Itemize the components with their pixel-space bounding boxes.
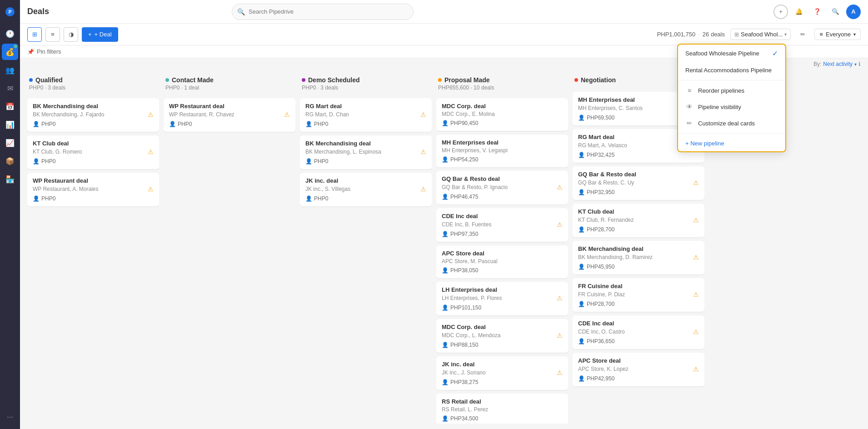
sidebar-item-activity[interactable]: 🕐 xyxy=(2,25,18,42)
deal-subtitle: GQ Bar & Resto, C. Uy⚠ xyxy=(578,179,699,186)
add-deal-button[interactable]: + + Deal xyxy=(82,27,118,42)
search-icon: 🔍 xyxy=(237,8,245,15)
help-button[interactable]: ❓ xyxy=(810,5,824,19)
subtoolbar-right: PHP1,001,750 · 26 deals ⊞ Seafood Whol..… xyxy=(657,28,861,41)
table-row[interactable]: CDE Inc dealCDE Inc, O. Castro⚠👤PHP36,65… xyxy=(573,315,704,349)
sidebar-item-products[interactable]: 📦 xyxy=(2,153,18,169)
sidebar-item-marketplace[interactable]: 🏪 xyxy=(2,171,18,187)
table-row[interactable]: KT Club dealKT Club, G. Romero⚠👤PHP0 xyxy=(27,135,159,169)
deal-value: PHP36,650 xyxy=(587,338,614,344)
deal-title: CDE Inc deal xyxy=(442,213,563,219)
sidebar-item-mail[interactable]: ✉ xyxy=(2,80,18,96)
table-row[interactable]: JK inc. dealJK inc., S. Villegas⚠👤PHP0 xyxy=(300,173,432,206)
deal-title: KT Club deal xyxy=(33,140,154,147)
column-header-0: QualifiedPHP0 · 3 deals xyxy=(27,73,159,95)
column-dot-4 xyxy=(574,78,578,82)
deal-footer: 👤PHP90,450 xyxy=(442,120,563,126)
search-people-button[interactable]: 🔍 xyxy=(828,5,843,19)
table-row[interactable]: APC Store dealAPC Store, M. Pascual👤PHP3… xyxy=(436,245,568,278)
sidebar-item-calendar[interactable]: 📅 xyxy=(2,98,18,115)
search-container: 🔍 xyxy=(232,4,414,20)
pipeline-dropdown: Seafood Wholesale Pipeline ✓ Rental Acco… xyxy=(677,44,786,152)
table-row[interactable]: RS Retail dealRS Retail, L. Perez👤PHP34,… xyxy=(436,394,568,424)
warning-icon: ⚠ xyxy=(557,184,563,191)
deal-title: WP Restaurant deal xyxy=(169,103,290,110)
table-row[interactable]: MDC Corp. dealMDC Corp., E. Molina👤PHP90… xyxy=(436,98,568,131)
deal-subtitle: RG Mart, D. Chan⚠ xyxy=(305,111,426,118)
subtoolbar: ⊞ ≡ ◑ + + Deal PHP1,001,750 · 26 deals ⊞… xyxy=(20,24,868,45)
table-row[interactable]: RG Mart dealRG Mart, D. Chan⚠👤PHP0 xyxy=(300,98,432,132)
customize-label: Customize deal cards xyxy=(698,120,755,127)
deal-footer: 👤PHP0 xyxy=(305,158,426,165)
deal-footer: 👤PHP88,150 xyxy=(442,342,563,348)
sidebar-item-reports[interactable]: 📈 xyxy=(2,135,18,151)
table-row[interactable]: GQ Bar & Resto dealGQ Bar & Resto, P. Ig… xyxy=(436,171,568,205)
filter-chevron-icon: ▾ xyxy=(853,32,856,37)
deal-title: GQ Bar & Resto deal xyxy=(442,175,563,182)
column-subtitle-2: PHP0 · 3 deals xyxy=(302,85,430,91)
column-subtitle-3: PHP655,600 · 10 deals xyxy=(438,85,566,91)
column-dot-2 xyxy=(302,78,305,82)
deal-footer: 👤PHP32,950 xyxy=(578,189,699,195)
column-title-2: Demo Scheduled xyxy=(302,76,430,84)
sort-select[interactable]: Next activity xyxy=(823,61,853,67)
notifications-button[interactable]: 🔔 xyxy=(792,5,806,19)
sidebar-item-more[interactable]: ··· xyxy=(2,409,18,425)
filter-icon: ≡ xyxy=(819,31,823,38)
dropdown-item-rental[interactable]: Rental Accommodations Pipeline xyxy=(678,62,785,78)
table-row[interactable]: BK Merchandising dealBK Merchandising, L… xyxy=(300,135,432,169)
pipeline-icon: ⊞ xyxy=(734,31,739,38)
table-row[interactable]: MH Enterprises dealMH Enterprises, V. Le… xyxy=(436,135,568,167)
edit-pipeline-button[interactable]: ✏ xyxy=(796,28,809,41)
add-button[interactable]: + xyxy=(773,5,788,19)
person-icon: 👤 xyxy=(33,121,40,127)
person-icon: 👤 xyxy=(305,121,312,127)
table-row[interactable]: CDE Inc dealCDE Inc, B. Fuentes⚠👤PHP97,3… xyxy=(436,208,568,242)
deal-title: MDC Corp. deal xyxy=(442,324,563,330)
table-row[interactable]: KT Club dealKT Club, R. Fernandez⚠👤PHP28… xyxy=(573,204,704,237)
pipeline-selector[interactable]: ⊞ Seafood Whol... ▾ xyxy=(730,29,791,40)
deal-footer: 👤PHP46,475 xyxy=(442,194,563,200)
deal-footer: 👤PHP0 xyxy=(305,195,426,202)
table-row[interactable]: MDC Corp. dealMDC Corp., L. Mendoza⚠👤PHP… xyxy=(436,319,568,353)
kanban-view-button[interactable]: ⊞ xyxy=(27,27,42,42)
sidebar-item-contacts[interactable]: 👥 xyxy=(2,62,18,78)
person-icon: 👤 xyxy=(442,267,449,274)
pin-filters-label[interactable]: Pin filters xyxy=(37,48,61,55)
table-row[interactable]: BK Merchandising dealBK Merchandising, J… xyxy=(27,98,159,132)
person-icon: 👤 xyxy=(442,379,449,385)
dropdown-item-customize[interactable]: ✏ Customize deal cards xyxy=(678,115,785,131)
topbar: Deals 🔍 + 🔔 ❓ 🔍 A xyxy=(20,0,868,24)
deal-subtitle: BK Merchandising, J. Fajardo⚠ xyxy=(33,111,154,118)
filter-button[interactable]: ≡ Everyone ▾ xyxy=(814,29,861,40)
table-row[interactable]: LH Enterprises dealLH Enterprises, P. Fl… xyxy=(436,282,568,315)
table-row[interactable]: FR Cuisine dealFR Cuisine, P. Diaz⚠👤PHP2… xyxy=(573,278,704,312)
sidebar-item-deals[interactable]: 💰 xyxy=(2,44,18,60)
search-input[interactable] xyxy=(232,4,414,20)
stats-view-button[interactable]: ◑ xyxy=(64,27,78,42)
deal-value: PHP88,150 xyxy=(450,342,478,348)
dropdown-item-visibility[interactable]: 👁 Pipeline visibility xyxy=(678,99,785,115)
sidebar-item-pipeline[interactable]: 📊 xyxy=(2,116,18,133)
sidebar-logo[interactable]: P xyxy=(2,4,18,20)
table-row[interactable]: JK inc. dealJK inc., J. Soriano⚠👤PHP38,2… xyxy=(436,356,568,390)
dropdown-item-seafood[interactable]: Seafood Wholesale Pipeline ✓ xyxy=(678,45,785,62)
column-cards-2: RG Mart dealRG Mart, D. Chan⚠👤PHP0BK Mer… xyxy=(300,98,432,424)
person-icon: 👤 xyxy=(578,115,585,121)
deal-subtitle: MDC Corp., E. Molina xyxy=(442,111,563,117)
page-title: Deals xyxy=(27,7,49,16)
table-row[interactable]: GQ Bar & Resto dealGQ Bar & Resto, C. Uy… xyxy=(573,166,704,200)
avatar[interactable]: A xyxy=(846,5,861,19)
table-row[interactable]: BK Merchandising dealBK Merchandising, D… xyxy=(573,241,704,274)
deal-title: JK inc. deal xyxy=(442,361,563,368)
dropdown-item-reorder[interactable]: ≡ Reorder pipelines xyxy=(678,82,785,99)
sort-info-icon[interactable]: ℹ xyxy=(858,61,861,67)
table-row[interactable]: WP Restaurant dealWP Restaurant, R. Chav… xyxy=(164,98,295,132)
warning-icon: ⚠ xyxy=(557,332,563,339)
kanban-column-1: Contact MadePHP0 · 1 dealWP Restaurant d… xyxy=(164,73,295,424)
dropdown-item-new-pipeline[interactable]: + New pipeline xyxy=(678,135,785,151)
table-row[interactable]: APC Store dealAPC Store, K. Lopez⚠👤PHP42… xyxy=(573,353,704,386)
search-people-icon: 🔍 xyxy=(832,8,839,15)
table-row[interactable]: WP Restaurant dealWP Restaurant, A. Mora… xyxy=(27,173,159,206)
list-view-button[interactable]: ≡ xyxy=(45,27,60,42)
